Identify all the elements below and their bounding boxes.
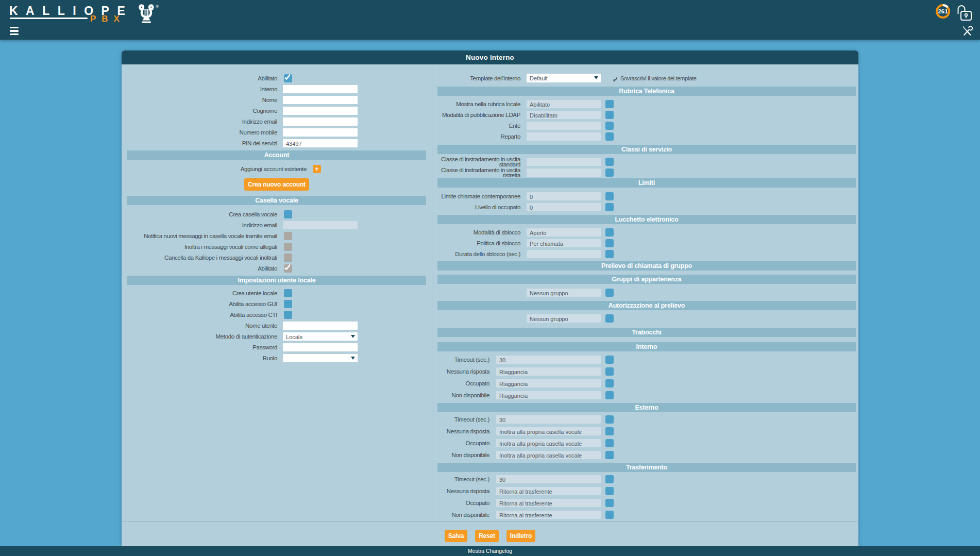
field-row-gruppi <box>432 289 858 297</box>
salva-button[interactable]: Salva <box>445 530 467 542</box>
field-row-livello-occupato: Livello di occupato <box>432 203 858 211</box>
create-account-row: Crea nuovo account <box>122 178 432 191</box>
ldap-override-checkbox[interactable] <box>605 111 614 119</box>
interno-label: Interno <box>122 86 277 92</box>
modalita-sblocco-override-checkbox[interactable] <box>605 228 614 237</box>
trasferimento-non-disponibile-input <box>496 511 601 519</box>
ldap-input <box>527 111 601 119</box>
app-footer: Mostra Changelog <box>0 546 980 556</box>
nome-utente-input[interactable] <box>283 322 358 330</box>
trasferimento-occupato-label: Occupato <box>432 500 489 506</box>
indietro-button[interactable]: Indietro <box>506 530 535 542</box>
reparto-override-checkbox[interactable] <box>605 132 614 141</box>
override-template-label: Sovrascrivi il valore del template <box>620 75 697 81</box>
override-arrow-icon <box>613 77 618 82</box>
actions-divider <box>122 521 858 522</box>
ente-override-checkbox[interactable] <box>605 122 614 130</box>
tools-icon[interactable] <box>961 25 973 37</box>
crea-casella-checkbox[interactable] <box>284 210 292 218</box>
vm-notify-label: Notifica nuovi messaggi in casella vocal… <box>122 233 277 239</box>
check-icon <box>284 73 291 80</box>
interno-input[interactable] <box>283 85 358 93</box>
livello-occupato-label: Livello di occupato <box>432 204 520 210</box>
field-row-vm-delete: Cancella da Kalliope i messaggi vocali i… <box>122 254 432 262</box>
interno-nessuna-risposta-input <box>496 367 601 376</box>
gruppi-override-checkbox[interactable] <box>605 289 614 297</box>
indirizzo-email-input[interactable] <box>283 117 358 126</box>
template-select[interactable]: Default <box>527 74 601 82</box>
autorizzazione-override-checkbox[interactable] <box>605 314 614 323</box>
ruolo-select[interactable] <box>283 354 358 362</box>
limite-chiamate-override-checkbox[interactable] <box>605 192 614 200</box>
section-header-classi: Classi di servizio <box>437 145 856 154</box>
kalliope-logo[interactable]: KALLIOPE PBX ® <box>9 3 159 25</box>
classe-standard-input <box>527 158 601 166</box>
pin-input[interactable] <box>283 139 358 147</box>
crea-utente-checkbox[interactable] <box>284 289 292 297</box>
interno-nessuna-risposta-override-checkbox[interactable] <box>605 367 614 376</box>
field-row-autorizzazione <box>432 314 858 323</box>
cognome-input[interactable] <box>283 107 358 115</box>
classe-standard-override-checkbox[interactable] <box>605 158 614 166</box>
metodo-autenticazione-label: Metodo di autenticazione <box>122 333 277 340</box>
field-row-password: Password <box>122 343 432 351</box>
trasferimento-non-disponibile-override-checkbox[interactable] <box>605 511 614 519</box>
rubrica-locale-override-checkbox[interactable] <box>605 100 614 108</box>
template-value: Default <box>530 75 548 81</box>
crea-nuovo-account-button[interactable]: Crea nuovo account <box>244 178 309 191</box>
new-extension-panel: Nuovo interno Abilitato Interno Nome Cog… <box>122 50 858 546</box>
trasferimento-nessuna-risposta-input <box>496 487 601 495</box>
accesso-gui-label: Abilita accesso GUI <box>122 301 277 307</box>
field-row-ruolo: Ruolo <box>122 354 432 362</box>
politica-sblocco-override-checkbox[interactable] <box>605 239 614 247</box>
esterno-timeout-override-checkbox[interactable] <box>605 415 614 424</box>
right-column: Template dell'interno Default Sovrascriv… <box>432 64 858 521</box>
notification-counter-badge[interactable]: 261 <box>935 4 951 19</box>
logo-pbx-text: PBX <box>90 14 125 24</box>
trasferimento-timeout-input <box>496 475 601 483</box>
reparto-label: Reparto <box>432 133 520 140</box>
durata-sblocco-override-checkbox[interactable] <box>605 250 614 258</box>
esterno-non-disponibile-override-checkbox[interactable] <box>605 451 614 459</box>
field-row-indirizzo-email: Indirizzo email <box>122 117 432 126</box>
numero-mobile-input[interactable] <box>283 128 358 137</box>
livello-occupato-input <box>527 203 601 211</box>
rubrica-locale-input <box>527 100 601 108</box>
trasferimento-timeout-override-checkbox[interactable] <box>605 475 614 483</box>
interno-occupato-override-checkbox[interactable] <box>605 379 614 387</box>
trasferimento-nessuna-risposta-override-checkbox[interactable] <box>605 487 614 495</box>
vm-enabled-checkbox <box>284 264 292 273</box>
esterno-occupato-override-checkbox[interactable] <box>605 439 614 447</box>
trasferimento-occupato-override-checkbox[interactable] <box>605 499 614 507</box>
accesso-gui-checkbox[interactable] <box>284 300 292 308</box>
nome-input[interactable] <box>283 96 358 104</box>
field-row-trasferimento-non-disponibile: Non disponibile <box>432 511 858 519</box>
classe-ristretta-override-checkbox[interactable] <box>605 169 614 177</box>
field-row-interno: Interno <box>122 85 432 93</box>
field-row-esterno-nessuna-risposta: Nessuna risposta <box>432 427 858 435</box>
accesso-cti-checkbox[interactable] <box>284 311 292 319</box>
vm-email-label: Indirizzo email <box>122 222 277 228</box>
unlocked-padlock-icon[interactable] <box>955 3 972 21</box>
mostra-changelog-link[interactable]: Mostra Changelog <box>468 548 512 554</box>
esterno-nessuna-risposta-override-checkbox[interactable] <box>605 427 614 435</box>
livello-occupato-override-checkbox[interactable] <box>605 203 614 211</box>
metodo-autenticazione-select[interactable]: Locale <box>283 332 358 341</box>
field-row-vm-email: Indirizzo email <box>122 221 432 229</box>
section-header-limiti: Limiti <box>437 178 856 188</box>
field-row-rubrica-locale: Mostra nella rubrica locale <box>432 100 858 108</box>
field-row-numero-mobile: Numero mobile <box>122 128 432 137</box>
menu-hamburger-icon[interactable] <box>10 27 19 35</box>
section-header-trabocchi: Trabocchi <box>437 328 856 337</box>
interno-timeout-override-checkbox[interactable] <box>605 356 614 364</box>
durata-sblocco-label: Durata dello sblocco (sec.) <box>432 251 520 257</box>
interno-occupato-label: Occupato <box>432 380 489 386</box>
add-account-button[interactable]: + <box>313 165 321 173</box>
interno-non-disponibile-override-checkbox[interactable] <box>605 391 614 399</box>
password-input[interactable] <box>283 343 358 351</box>
reset-button[interactable]: Reset <box>475 530 499 542</box>
modalita-sblocco-input <box>527 228 601 237</box>
abilitato-checkbox[interactable] <box>284 74 292 82</box>
field-row-interno-nessuna-risposta: Nessuna risposta <box>432 367 858 376</box>
field-row-nome: Nome <box>122 96 432 104</box>
